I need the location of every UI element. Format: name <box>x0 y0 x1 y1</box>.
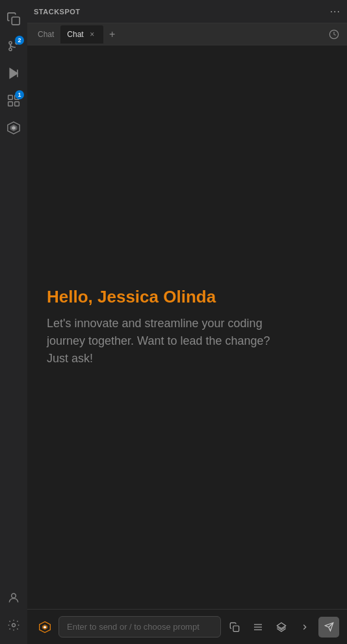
tab-chat-inactive[interactable]: Chat <box>31 25 60 43</box>
svg-rect-0 <box>12 17 19 25</box>
send-button[interactable] <box>318 617 339 638</box>
input-area <box>27 609 347 644</box>
expand-button[interactable] <box>295 617 315 637</box>
layers-button[interactable] <box>272 617 291 637</box>
main-panel: STACKSPOT ··· Chat Chat × + Hello, Jessi… <box>27 0 347 644</box>
sidebar-item-account[interactable] <box>2 586 25 610</box>
svg-rect-19 <box>233 626 239 632</box>
chat-input[interactable] <box>58 616 221 638</box>
greeting-name: Hello, Jessica Olinda <box>47 287 216 307</box>
chat-area: Hello, Jessica Olinda Let's innovate and… <box>27 45 347 609</box>
list-button[interactable] <box>248 617 268 637</box>
sidebar-item-extensions[interactable]: 1 <box>2 89 25 112</box>
tab-chat-active[interactable]: Chat × <box>60 25 103 43</box>
svg-rect-6 <box>8 95 13 100</box>
panel-title: STACKSPOT <box>34 8 81 16</box>
tabs-bar: Chat Chat × + <box>27 23 347 45</box>
sidebar-item-run[interactable] <box>2 62 25 85</box>
copy-to-clipboard-button[interactable] <box>225 617 244 637</box>
source-control-badge: 2 <box>15 36 24 45</box>
greeting-subtitle: Let's innovate and streamline your codin… <box>47 315 294 367</box>
history-button[interactable] <box>325 25 343 43</box>
sidebar-item-copy[interactable] <box>2 7 25 31</box>
svg-point-14 <box>12 624 16 627</box>
svg-marker-4 <box>10 69 18 79</box>
tab-chat-label: Chat <box>67 30 83 39</box>
svg-rect-8 <box>8 102 13 106</box>
tab-close-button[interactable]: × <box>88 30 97 39</box>
new-tab-button[interactable]: + <box>105 27 120 42</box>
sidebar-bottom <box>2 584 25 639</box>
extensions-badge: 1 <box>15 90 24 99</box>
svg-rect-9 <box>15 102 19 106</box>
sidebar-item-settings[interactable] <box>2 613 25 637</box>
sidebar-item-stackspot[interactable] <box>2 116 25 140</box>
panel-header: STACKSPOT ··· <box>27 0 347 23</box>
svg-point-1 <box>9 42 12 44</box>
more-options-icon[interactable]: ··· <box>330 6 341 18</box>
svg-point-2 <box>9 48 12 51</box>
stackspot-logo-button[interactable] <box>35 617 55 637</box>
sidebar-item-source-control[interactable]: 2 <box>2 34 25 58</box>
sidebar: 2 1 <box>0 0 27 644</box>
svg-point-13 <box>12 593 16 598</box>
